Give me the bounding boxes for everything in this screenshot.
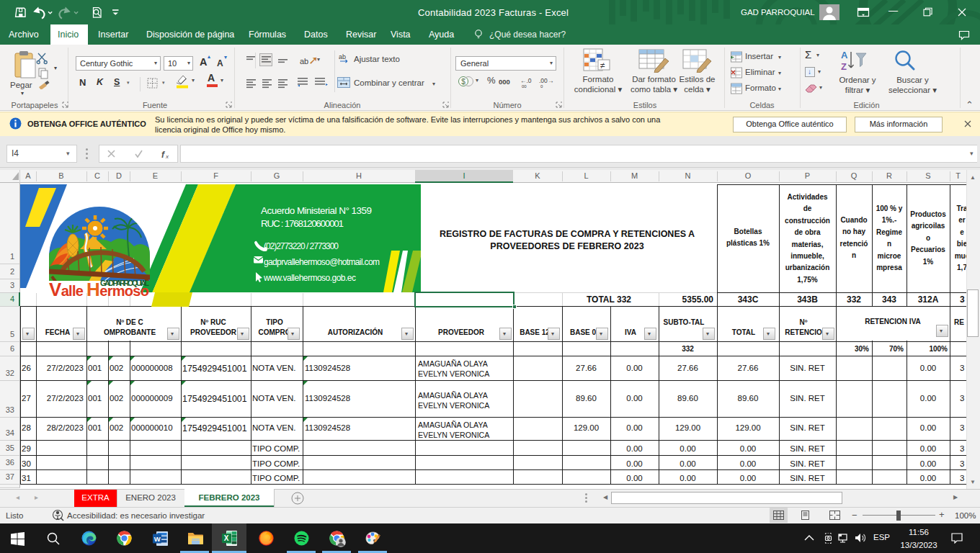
svg-text:Z: Z <box>841 61 847 72</box>
svg-text:Acuerdo Ministerial N° 1359: Acuerdo Ministerial N° 1359 <box>261 205 372 216</box>
svg-text:ab: ab <box>339 53 346 60</box>
svg-text:RUC : 1768120600001: RUC : 1768120600001 <box>261 218 344 229</box>
svg-text:→: → <box>548 77 554 84</box>
svg-text:≠: ≠ <box>600 60 605 71</box>
svg-text:←.0: ←.0 <box>520 77 532 84</box>
svg-text:www.vallehermoso.gob.ec: www.vallehermoso.gob.ec <box>263 273 356 283</box>
svg-text:f: f <box>161 150 165 160</box>
svg-text:A: A <box>841 50 848 60</box>
svg-text:x: x <box>165 153 169 159</box>
svg-text:X: X <box>224 534 229 542</box>
svg-text:00: 00 <box>522 84 527 89</box>
svg-text:W: W <box>154 535 161 543</box>
svg-text:0: 0 <box>540 84 543 89</box>
svg-text:(02)2773220 / 2773300: (02)2773220 / 2773300 <box>264 241 339 251</box>
svg-text:gadprvallehermoso@hotmail.com: gadprvallehermoso@hotmail.com <box>264 257 380 267</box>
svg-text:.00: .00 <box>539 77 548 84</box>
